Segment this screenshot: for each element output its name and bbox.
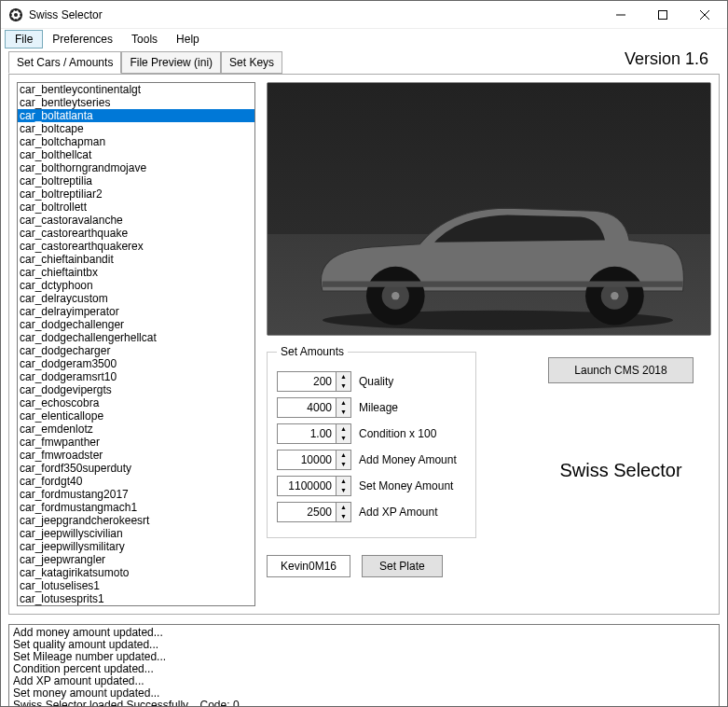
add-xp-input[interactable] xyxy=(277,502,337,522)
menu-file[interactable]: File xyxy=(5,30,43,49)
add-money-input[interactable] xyxy=(277,450,337,470)
minimize-button[interactable] xyxy=(599,2,641,28)
list-item[interactable]: car_echoscobra xyxy=(18,396,254,409)
add-money-up-icon[interactable]: ▲ xyxy=(337,451,350,460)
list-item[interactable]: car_boltcape xyxy=(18,122,254,135)
list-item[interactable]: car_jeepwrangler xyxy=(18,553,254,566)
quality-input[interactable] xyxy=(277,371,337,392)
list-item[interactable]: car_bolthellcat xyxy=(18,148,254,161)
tab-panel: car_bentleycontinentalgtcar_bentleytseri… xyxy=(8,74,720,615)
list-item[interactable]: car_jeepwillyscivilian xyxy=(18,527,254,540)
list-item[interactable]: car_emdenlotz xyxy=(18,423,254,436)
add-money-stepper[interactable]: ▲▼ xyxy=(277,450,351,470)
list-item[interactable]: car_dctyphoon xyxy=(18,279,254,292)
maximize-button[interactable] xyxy=(641,2,683,28)
list-item[interactable]: car_boltreptilia xyxy=(18,174,254,187)
list-item[interactable]: car_bentleycontinentalgt xyxy=(18,83,254,96)
svg-point-9 xyxy=(391,292,399,299)
set-plate-button[interactable]: Set Plate xyxy=(362,555,443,577)
list-item[interactable]: car_chieftainbandit xyxy=(18,253,254,266)
mileage-label: Mileage xyxy=(359,401,398,414)
car-listbox[interactable]: car_bentleycontinentalgtcar_bentleytseri… xyxy=(17,82,255,606)
titlebar: Swiss Selector xyxy=(1,1,727,29)
car-preview-image xyxy=(267,82,711,336)
menu-preferences[interactable]: Preferences xyxy=(43,31,122,48)
svg-rect-3 xyxy=(658,10,666,19)
set-money-down-icon[interactable]: ▼ xyxy=(337,486,350,495)
list-item[interactable]: car_elenticallope xyxy=(18,409,254,423)
plate-input[interactable] xyxy=(267,555,350,577)
list-item[interactable]: car_lotuselises1 xyxy=(18,579,254,592)
svg-rect-13 xyxy=(323,282,683,287)
add-xp-down-icon[interactable]: ▼ xyxy=(337,512,350,521)
menu-tools[interactable]: Tools xyxy=(122,31,167,48)
add-xp-up-icon[interactable]: ▲ xyxy=(337,503,350,512)
set-amounts-legend: Set Amounts xyxy=(277,345,348,358)
condition-down-icon[interactable]: ▼ xyxy=(337,434,350,443)
list-item[interactable]: car_dodgeram3500 xyxy=(18,357,254,370)
list-item[interactable]: car_jeepgrandcherokeesrt xyxy=(18,514,254,527)
svg-point-1 xyxy=(14,13,18,17)
list-item[interactable]: car_delraycustom xyxy=(18,292,254,305)
set-money-label: Set Money Amount xyxy=(359,479,453,492)
mileage-up-icon[interactable]: ▲ xyxy=(337,398,350,408)
list-item[interactable]: car_dodgechallenger xyxy=(18,318,254,331)
window-title: Swiss Selector xyxy=(29,8,599,21)
close-button[interactable] xyxy=(683,2,725,28)
svg-point-12 xyxy=(611,292,618,299)
launch-button[interactable]: Launch CMS 2018 xyxy=(548,357,694,383)
quality-up-icon[interactable]: ▲ xyxy=(337,372,350,381)
list-item[interactable]: car_lotusesprits1 xyxy=(18,592,254,605)
app-icon xyxy=(8,7,23,22)
list-item[interactable]: car_dodgechallengerhellcat xyxy=(18,331,254,344)
list-item[interactable]: car_boltchapman xyxy=(18,135,254,148)
quality-label: Quality xyxy=(359,375,393,388)
list-item[interactable]: car_bolthorngrandmojave xyxy=(18,161,254,174)
tab-set-cars[interactable]: Set Cars / Amounts xyxy=(8,51,121,74)
version-label: Version 1.6 xyxy=(625,49,708,69)
list-item[interactable]: car_bentleytseries xyxy=(18,96,254,109)
tab-set-keys[interactable]: Set Keys xyxy=(221,51,282,74)
add-money-down-icon[interactable]: ▼ xyxy=(337,460,350,469)
tab-bar: Set Cars / Amounts File Preview (ini) Se… xyxy=(8,49,720,74)
list-item[interactable]: car_fordmustang2017 xyxy=(18,488,254,501)
list-item[interactable]: car_delrayimperator xyxy=(18,305,254,318)
mileage-input[interactable] xyxy=(277,397,337,418)
list-item[interactable]: car_fmwpanther xyxy=(18,436,254,449)
menu-help[interactable]: Help xyxy=(167,31,209,48)
tab-file-preview[interactable]: File Preview (ini) xyxy=(121,51,221,74)
quality-down-icon[interactable]: ▼ xyxy=(337,381,350,391)
log-line: Swiss Selector loaded Successfully... Co… xyxy=(13,700,715,707)
log-output[interactable]: Add money amount updated...Set quality a… xyxy=(8,624,720,707)
list-item[interactable]: car_boltatlanta xyxy=(18,109,254,122)
brand-label: Swiss Selector xyxy=(537,460,705,481)
mileage-stepper[interactable]: ▲▼ xyxy=(277,397,351,418)
list-item[interactable]: car_katagirikatsumoto xyxy=(18,566,254,579)
list-item[interactable]: car_dodgecharger xyxy=(18,344,254,357)
list-item[interactable]: car_castoravalanche xyxy=(18,214,254,227)
condition-input[interactable] xyxy=(277,423,337,444)
list-item[interactable]: car_fordf350superduty xyxy=(18,462,254,475)
mileage-down-icon[interactable]: ▼ xyxy=(337,408,350,417)
list-item[interactable]: car_boltreptiliar2 xyxy=(18,187,254,201)
list-item[interactable]: car_fordmustangmach1 xyxy=(18,501,254,514)
set-money-input[interactable] xyxy=(277,476,337,496)
list-item[interactable]: car_castorearthquakerex xyxy=(18,240,254,253)
list-item[interactable]: car_fmwroadster xyxy=(18,449,254,462)
list-item[interactable]: car_dodgevipergts xyxy=(18,383,254,396)
list-item[interactable]: car_chieftaintbx xyxy=(18,266,254,279)
condition-stepper[interactable]: ▲▼ xyxy=(277,423,351,444)
condition-up-icon[interactable]: ▲ xyxy=(337,424,350,434)
list-item[interactable]: car_castorearthquake xyxy=(18,227,254,240)
set-money-up-icon[interactable]: ▲ xyxy=(337,477,350,486)
set-money-stepper[interactable]: ▲▼ xyxy=(277,476,351,496)
add-xp-stepper[interactable]: ▲▼ xyxy=(277,502,351,522)
list-item[interactable]: car_fordgt40 xyxy=(18,475,254,488)
add-xp-label: Add XP Amount xyxy=(359,506,438,519)
list-item[interactable]: car_jeepwillysmilitary xyxy=(18,540,254,553)
list-item[interactable]: car_dodgeramsrt10 xyxy=(18,370,254,383)
menubar: File Preferences Tools Help xyxy=(1,29,727,49)
list-item[interactable]: car_boltrollett xyxy=(18,201,254,214)
quality-stepper[interactable]: ▲▼ xyxy=(277,371,351,392)
condition-label: Condition x 100 xyxy=(359,427,436,440)
